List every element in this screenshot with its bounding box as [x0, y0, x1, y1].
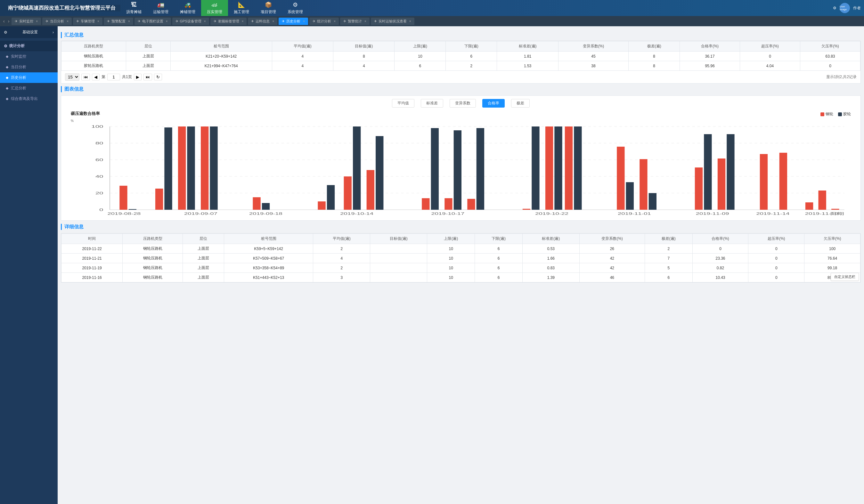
per-page-select[interactable]: 15 25 50: [65, 73, 80, 81]
tab-close-stats[interactable]: ×: [334, 20, 336, 23]
page-input[interactable]: [107, 74, 120, 80]
summary-tbody: 钢轮压路机上面层K21+20~K59+142481061.8145836.170…: [61, 51, 861, 71]
detail-cell-0-4: 2: [313, 244, 370, 254]
legend-row: 钢轮 胶轮: [820, 111, 851, 117]
svg-rect-47: [718, 158, 725, 210]
svg-rect-36: [531, 127, 539, 210]
tab-preconfig[interactable]: ✈ 预警配置 ×: [104, 17, 133, 25]
tab-vehicle[interactable]: ✈ 车辆管理 ×: [73, 17, 103, 25]
detail-cell-2-2: 上面层: [182, 263, 224, 273]
detail-table-row: 2019-11-21钢轮压路机上面层K57+509~K58+6741061.66…: [61, 254, 861, 263]
tab-icon-realtime-transport: ✈: [374, 19, 377, 23]
tab-close-gps[interactable]: ×: [204, 20, 206, 23]
detail-cell-1-9: 42: [579, 254, 645, 263]
sidebar-item-summary[interactable]: ◆ 汇总分析: [0, 83, 58, 94]
nav-item-construction[interactable]: 📐 施工管理: [228, 0, 255, 16]
system-icon: ⚙: [293, 1, 298, 8]
tab-rfid[interactable]: ✈ 射频标签管理 ×: [211, 17, 247, 25]
th-avg2: 平均值(遍): [313, 234, 370, 244]
detail-table: 时间 压路机类型 层位 桩号范围 平均值(遍) 目标值(遍) 上限(遍) 下限(…: [61, 233, 861, 283]
tab-history[interactable]: ✈ 历史分析 ×: [279, 17, 308, 25]
tab-icon-history: ✈: [282, 19, 285, 23]
page-first-btn[interactable]: ⏮: [81, 74, 90, 80]
detail-cell-1-11: 23.36: [692, 254, 748, 263]
nav-item-asphalt[interactable]: 🏗 沥青摊铺: [120, 0, 147, 16]
tab-label-gps: GPS设备管理: [180, 19, 202, 24]
detail-cell-1-0: 2019-11-21: [61, 254, 123, 263]
detail-cell-1-6: 10: [427, 254, 475, 263]
sidebar-section-stats[interactable]: ⚙ 统计分析: [0, 41, 58, 51]
sidebar-item-today[interactable]: ◆ 当日分析: [0, 62, 58, 72]
svg-text:40: 40: [95, 175, 104, 178]
nav-item-roller[interactable]: 🚜 摊铺管理: [174, 0, 201, 16]
svg-rect-28: [376, 136, 383, 210]
page-next-btn[interactable]: ▶: [134, 74, 142, 80]
tab-realtime-transport[interactable]: ✈ 实时运输状况查看 ×: [371, 17, 415, 25]
tab-warning[interactable]: ✈ 预警统计 ×: [340, 17, 370, 25]
filter-passrate-btn[interactable]: 合格率: [482, 99, 505, 108]
tab-close-rfid[interactable]: ×: [242, 20, 244, 23]
tab-nav-back[interactable]: ‹: [2, 19, 7, 24]
total-pages-label: 共1页: [122, 74, 132, 80]
nav-item-system[interactable]: ⚙ 系统管理: [282, 0, 309, 16]
tab-close-vehicle[interactable]: ×: [97, 20, 99, 23]
tab-nav-forward[interactable]: ›: [7, 19, 11, 24]
svg-rect-32: [454, 130, 461, 210]
filter-range-btn[interactable]: 极差: [511, 99, 530, 108]
page-last-btn[interactable]: ⏭: [143, 74, 152, 80]
detail-cell-1-1: 钢轮压路机: [123, 254, 183, 263]
detail-cell-1-3: K57+509~K58+67: [224, 254, 313, 263]
tab-label-warning: 预警统计: [348, 19, 362, 24]
svg-text:2019-09-18: 2019-09-18: [249, 212, 283, 216]
sidebar-item-realtime[interactable]: ◆ 实时监控: [0, 51, 58, 62]
summary-header-row: 压路机类型 层位 桩号范围 平均值(遍) 目标值(遍) 上限(遍) 下限(遍) …: [61, 41, 861, 51]
svg-rect-29: [422, 198, 430, 210]
detail-cell-3-1: 钢轮压路机: [123, 273, 183, 283]
sidebar-settings[interactable]: ⚙ 基础设置 ›: [0, 26, 58, 38]
svg-rect-40: [574, 127, 581, 210]
comprehensive-icon: ◆: [6, 97, 8, 101]
tab-close-efence[interactable]: ×: [166, 20, 168, 23]
legend-label-steel: 钢轮: [826, 111, 833, 117]
th-pile-range2: 桩号范围: [224, 234, 313, 244]
detail-cell-3-5: [370, 273, 427, 283]
chart-section-title: 图表信息: [61, 86, 861, 92]
tab-close-history[interactable]: ×: [303, 20, 305, 23]
tab-close-preconfig[interactable]: ×: [128, 20, 130, 23]
tab-close-today[interactable]: ×: [67, 20, 69, 23]
filter-cv-btn[interactable]: 变异系数: [449, 99, 476, 108]
tab-efence[interactable]: ✈ 电子围栏设置 ×: [134, 17, 171, 25]
summary-cell-0-0: 钢轮压路机: [61, 51, 126, 61]
th-stddev2: 标准差(遍): [522, 234, 579, 244]
page-refresh-btn[interactable]: ↻: [154, 74, 162, 80]
sidebar-item-history[interactable]: ◆ 历史分析: [0, 72, 58, 83]
summary-cell-0-6: 6: [446, 51, 497, 61]
tab-today[interactable]: ✈ 当日分析 ×: [42, 17, 72, 25]
nav-item-transport[interactable]: 🚛 运输管理: [147, 0, 174, 16]
tab-gps[interactable]: ✈ GPS设备管理 ×: [172, 17, 209, 25]
tab-stats[interactable]: ✈ 统计分析 ×: [309, 17, 339, 25]
th-layer: 层位: [126, 41, 170, 51]
svg-text:20: 20: [95, 191, 104, 195]
chart-filter-row: 平均值 标准差 变异系数 合格率 极差: [64, 99, 857, 108]
page-prev-btn[interactable]: ◀: [92, 74, 99, 80]
filter-stddev-btn[interactable]: 标准差: [421, 99, 443, 108]
nav-item-compaction[interactable]: 🏎 压实管理: [201, 0, 228, 16]
asphalt-icon: 🏗: [131, 2, 137, 8]
tab-transport-info[interactable]: ✈ 运料信息 ×: [248, 17, 277, 25]
tab-close-realtime[interactable]: ×: [36, 20, 38, 23]
detail-cell-2-12: 0: [748, 263, 804, 273]
nav-label-transport: 运输管理: [153, 9, 168, 15]
tab-close-transport-info[interactable]: ×: [272, 20, 274, 23]
settings-icon[interactable]: ⚙: [833, 6, 837, 10]
sidebar-item-comprehensive[interactable]: ◆ 综合查询及导出: [0, 94, 58, 104]
sidebar-label-realtime: 实时监控: [11, 54, 26, 59]
tab-close-warning[interactable]: ×: [364, 20, 367, 23]
tab-realtime[interactable]: ✈ 实时监控 ×: [12, 17, 41, 25]
tab-icon-realtime: ✈: [15, 19, 17, 23]
filter-avg-btn[interactable]: 平均值: [392, 99, 415, 108]
custom-status-bar[interactable]: 自定义状态栏: [831, 273, 859, 281]
nav-item-project[interactable]: 📦 项目管理: [255, 0, 282, 16]
detail-cell-3-8: 1.39: [522, 273, 579, 283]
tab-close-realtime-transport[interactable]: ×: [409, 20, 411, 23]
